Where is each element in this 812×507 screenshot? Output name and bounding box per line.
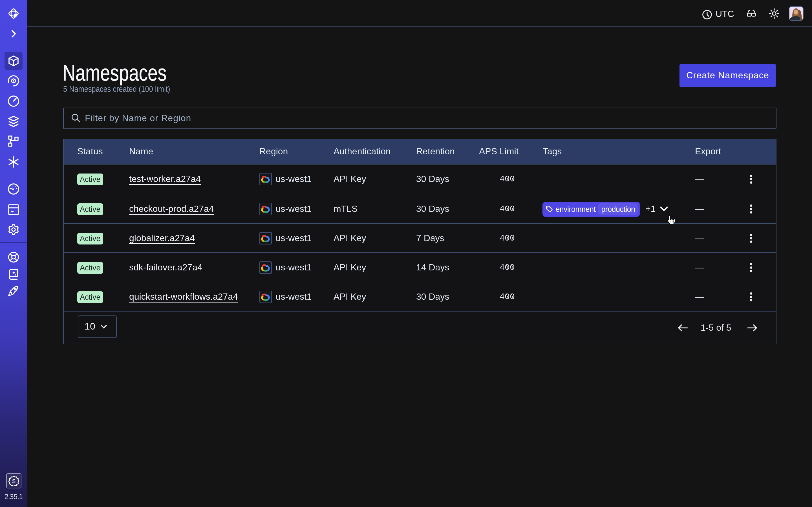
svg-text:$: $ [12,478,15,484]
